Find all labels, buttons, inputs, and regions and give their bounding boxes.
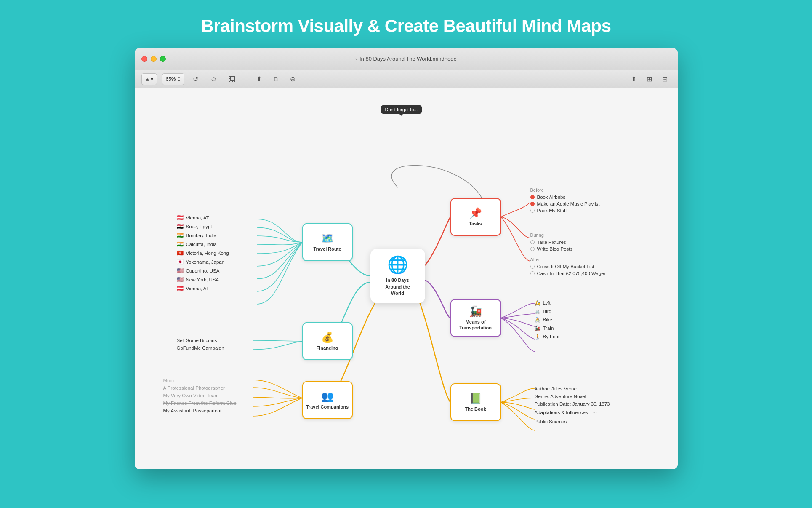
task-airbnbs: Book Airbnbs [530,194,600,201]
book-adaptations: Adaptations & Influences ··· [535,408,610,417]
more-dots-icon-2: ··· [571,418,576,425]
page-title: Brainstorm Visually & Create Beautiful M… [201,16,611,36]
upload-button[interactable]: ⬆ [253,73,265,85]
route-hong-kong: 🇭🇰 Victoria, Hong Kong [177,249,229,257]
task-checkbox-wager [530,271,535,275]
task-checkbox-blog [530,247,535,251]
toolbar-divider [246,74,246,84]
task-checkbox-pictures [530,240,535,244]
zoom-arrows: ▲▼ [178,76,181,83]
people-icon: 👥 [321,390,334,402]
task-bucket: Cross It Off My Bucket List [530,263,606,270]
tasks-after-group: After Cross It Off My Bucket List Cash I… [530,257,606,277]
globe-icon: 🌐 [387,255,408,275]
book-node[interactable]: 📗 The Book [450,383,501,421]
maximize-button[interactable] [160,56,166,62]
minimize-button[interactable] [151,56,157,62]
route-suez: 🇪🇬 Suez, Egypt [177,222,229,230]
focus-button[interactable]: ☺ [207,73,220,85]
companions-node[interactable]: 👥 Travel Companions [302,381,353,419]
before-label: Before [530,187,600,193]
transport-train: 🚂 Train [535,324,560,332]
sidebar-icon: ⊞ [145,76,149,82]
route-vienna-at-2: 🇦🇹 Vienna, AT [177,284,229,292]
route-new-york: 🇺🇸 New York, USA [177,275,229,283]
refresh-button[interactable]: ↺ [189,73,202,85]
route-yokohama: 🇯🇵 Yokohama, Japan [177,258,229,266]
companion-mum: Mum [163,377,237,384]
add-button[interactable]: ⊕ [287,73,299,85]
route-vienna-at-1: 🇦🇹 Vienna, AT [177,214,229,222]
after-label: After [530,257,606,262]
task-blog: Write Blog Posts [530,246,573,252]
money-icon: 💰 [321,332,334,343]
center-node-label: In 80 Days Around the World [385,277,410,297]
traffic-lights [141,56,166,62]
tooltip-bubble: Don't forget to... [381,105,422,114]
train-icon: 🚂 [469,305,482,317]
toolbar: ⊞ ▾ 65% ▲▼ ↺ ☺ 🖼 ⬆ ⧉ ⊕ ⬆ ⊞ ⊟ [135,70,678,88]
view-button[interactable]: ⊞ [643,73,655,85]
image-button[interactable]: 🖼 [226,73,239,85]
task-checkbox-bucket [530,265,535,269]
transport-foot: 🚶 By Foot [535,333,560,340]
app-window: › In 80 Days Around The World.mindnode ⊞… [135,48,678,469]
share-button[interactable]: ⬆ [628,73,640,85]
task-pictures: Take Pictures [530,239,573,246]
book-leaves: Author: Jules Verne Genre: Adventure Nov… [535,385,610,426]
tasks-during-group: During Take Pictures Write Blog Posts [530,233,573,252]
companions-label: Travel Companions [306,404,349,410]
during-label: During [530,233,573,238]
transport-bike: 🚴 Bike [535,316,560,324]
more-dots-icon: ··· [592,409,597,416]
book-publication: Publication Date: January 30, 1873 [535,401,610,407]
book-sources: Public Sources ··· [535,417,610,426]
transport-lyft: 🛵 Lyft [535,299,560,307]
task-pack: Pack My Stuff [530,207,600,214]
route-cupertino: 🇺🇸 Cupertino, USA [177,267,229,275]
settings-button[interactable]: ⊟ [659,73,671,85]
tasks-label: Tasks [469,221,482,227]
companions-leaves: Mum A Professional Photographer My Very … [163,377,237,414]
financing-label: Financing [317,345,338,351]
book-genre: Genre: Adventure Novel [535,393,610,400]
financing-leaves: Sell Some Bitcoins GoFundMe Campaign [177,337,224,351]
route-calcutta: 🇮🇳 Calcutta, India [177,240,229,248]
travel-route-leaves: 🇦🇹 Vienna, AT 🇪🇬 Suez, Egypt 🇮🇳 Bombay, … [177,214,229,292]
tasks-node[interactable]: 📌 Tasks [450,198,501,236]
window-title: › In 80 Days Around The World.mindnode [355,56,456,62]
center-node[interactable]: 🌐 In 80 Days Around the World [370,249,425,303]
travel-route-node[interactable]: 🗺️ Travel Route [302,223,353,261]
companion-photographer: A Professional Photographer [163,385,237,391]
transport-bird: 🚲 Bird [535,307,560,315]
sidebar-toggle-button[interactable]: ⊞ ▾ [141,73,157,85]
financing-gofundme: GoFundMe Campaign [177,345,224,351]
task-music: Make an Apple Music Playlist [530,201,600,207]
book-label: The Book [465,406,486,412]
companion-passepartout: My Assistant: Passepartout [163,407,237,414]
zoom-level: 65% [166,76,176,82]
title-chevron-icon: › [355,56,357,61]
transportation-node[interactable]: 🚂 Means of Transportation [450,299,501,337]
book-icon: 📗 [469,393,482,404]
task-checkbox-airbnbs [530,195,535,199]
close-button[interactable] [141,56,147,62]
mind-map-canvas[interactable]: Don't forget to... 🌐 In 80 Days Around t… [135,88,678,469]
companion-reform-club: My Friends From the Reform Club [163,400,237,406]
chevron-down-icon: ▾ [151,76,153,82]
financing-node[interactable]: 💰 Financing [302,322,353,360]
task-checkbox-music [530,202,535,206]
transportation-leaves: 🛵 Lyft 🚲 Bird 🚴 Bike 🚂 Train 🚶 By Foot [535,299,560,340]
financing-bitcoin: Sell Some Bitcoins [177,337,224,344]
link-button[interactable]: ⧉ [270,73,282,85]
zoom-control[interactable]: 65% ▲▼ [162,73,185,85]
sidebar-toggle-group: ⊞ ▾ [141,73,157,85]
pin-icon: 📌 [469,207,482,219]
toolbar-right: ⬆ ⊞ ⊟ [628,73,671,85]
task-wager: Cash In That £2,075,400 Wager [530,270,606,277]
tasks-before-group: Before Book Airbnbs Make an Apple Music … [530,187,600,214]
task-checkbox-pack [530,209,535,213]
transportation-label: Means of Transportation [459,319,492,331]
route-bombay: 🇮🇳 Bombay, India [177,231,229,239]
titlebar: › In 80 Days Around The World.mindnode [135,48,678,70]
